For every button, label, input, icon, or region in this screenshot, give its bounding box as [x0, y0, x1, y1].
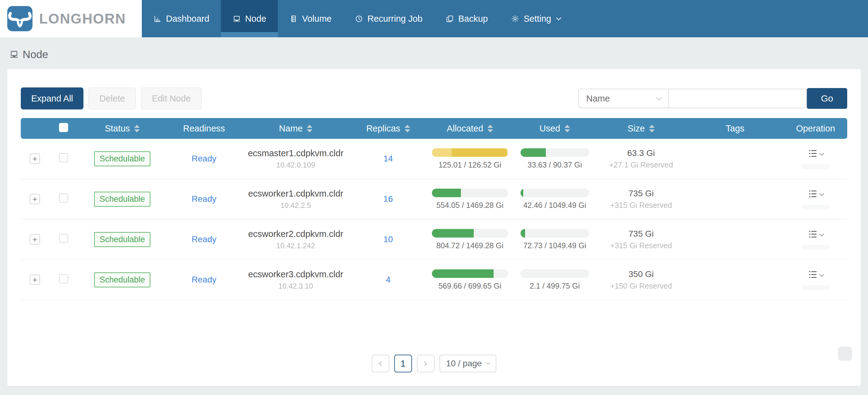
table-row: + Schedulable Ready ecsworker1.cdpkvm.cl… [21, 179, 847, 219]
allocated-label: 125.01 / 126.52 Gi [426, 160, 514, 170]
node-icon [9, 50, 19, 59]
replicas-link[interactable]: 4 [386, 275, 391, 284]
toolbar: Expand All Delete Edit Node Name Go [7, 69, 861, 110]
replicas-link[interactable]: 16 [383, 194, 393, 204]
node-size: 350 Gi [596, 269, 686, 279]
status-badge: Schedulable [94, 151, 151, 166]
table-row: + Schedulable Ready ecsworker3.cdpkvm.cl… [21, 260, 847, 300]
node-size: 735 Gi [596, 229, 686, 239]
node-name: ecsworker3.cdpkvm.cldr [242, 269, 350, 279]
node-name: ecsworker1.cdpkvm.cldr [242, 189, 350, 199]
node-reserved: +27.1 Gi Reserved [596, 160, 686, 170]
node-reserved: +150 Gi Reserved [596, 281, 686, 291]
unordered-list-icon [808, 189, 817, 199]
used-label: 2.1 / 499.75 Gi [514, 281, 596, 291]
gear-icon [511, 15, 519, 23]
select-all-checkbox[interactable] [59, 123, 68, 132]
readiness-link[interactable]: Ready [192, 194, 216, 204]
operation-ghost [802, 285, 830, 290]
column-header-replicas[interactable]: Replicas [350, 118, 426, 139]
column-header-name[interactable]: Name [242, 118, 350, 139]
row-checkbox[interactable] [59, 234, 68, 243]
column-header-expand [21, 118, 49, 139]
sort-icon[interactable] [488, 125, 493, 132]
sort-icon[interactable] [405, 125, 410, 132]
go-button[interactable]: Go [807, 88, 847, 109]
operation-menu-button[interactable] [808, 270, 824, 279]
nav-item-label: Recurring Job [367, 14, 423, 24]
allocated-bar [432, 269, 508, 278]
readiness-link[interactable]: Ready [192, 275, 216, 284]
nav-item-setting[interactable]: Setting [499, 0, 572, 37]
page-number[interactable]: 1 [394, 355, 412, 372]
nav-item-node[interactable]: Node [221, 0, 278, 37]
unordered-list-icon [808, 229, 817, 239]
column-header-used[interactable]: Used [514, 118, 596, 139]
page-size-value: 10 / page [446, 359, 482, 368]
page-size-select[interactable]: 10 / page [439, 355, 497, 372]
bar-segment [521, 148, 546, 157]
search-input[interactable] [669, 89, 807, 108]
column-header-status[interactable]: Status [78, 118, 166, 139]
column-header-allocated[interactable]: Allocated [426, 118, 514, 139]
filter-field-select[interactable]: Name [578, 89, 669, 108]
readiness-link[interactable]: Ready [192, 154, 216, 163]
row-checkbox[interactable] [59, 153, 68, 162]
tags-cell [686, 219, 784, 260]
sort-icon[interactable] [564, 125, 570, 132]
nav-item-recurring-job[interactable]: Recurring Job [343, 0, 434, 37]
nav-item-label: Setting [524, 14, 551, 24]
clock-icon [355, 15, 363, 23]
prev-page-button[interactable] [372, 355, 390, 372]
next-page-button[interactable] [417, 355, 435, 372]
row-checkbox[interactable] [59, 274, 68, 283]
used-label: 42.46 / 1049.49 Gi [514, 201, 596, 210]
nav-item-backup[interactable]: Backup [434, 0, 499, 37]
delete-button[interactable]: Delete [88, 87, 136, 110]
expand-row-button[interactable]: + [30, 194, 40, 204]
nav-item-label: Node [245, 14, 266, 24]
logo[interactable]: LONGHORN [0, 0, 142, 37]
chevron-down-icon [819, 232, 824, 236]
expand-all-button[interactable]: Expand All [21, 87, 84, 110]
chevron-down-icon [656, 95, 661, 100]
expand-row-button[interactable]: + [30, 153, 40, 164]
corner-widget [838, 347, 852, 361]
expand-row-button[interactable]: + [30, 234, 40, 245]
node-table: StatusReadinessNameReplicasAllocatedUsed… [21, 118, 847, 300]
allocated-bar [432, 189, 508, 197]
column-header-select-all[interactable] [49, 118, 78, 139]
sort-icon[interactable] [134, 125, 140, 132]
sort-icon[interactable] [307, 125, 312, 132]
expand-row-button[interactable]: + [30, 275, 40, 285]
allocated-label: 804.72 / 1469.28 Gi [426, 241, 514, 250]
chevron-down-icon [819, 272, 824, 277]
column-header-size[interactable]: Size [596, 118, 686, 139]
node-card: Expand All Delete Edit Node Name Go Stat… [7, 69, 861, 386]
node-size: 735 Gi [596, 189, 686, 199]
sort-icon[interactable] [649, 125, 655, 132]
bar-segment [432, 269, 494, 278]
allocated-bar [432, 148, 508, 157]
nav-item-volume[interactable]: Volume [278, 0, 343, 37]
operation-menu-button[interactable] [808, 229, 824, 239]
chevron-down-icon [486, 360, 490, 365]
column-header-label: Readiness [183, 123, 225, 133]
used-bar [521, 148, 589, 157]
operation-menu-button[interactable] [808, 149, 824, 158]
bar-chart-icon [153, 15, 162, 23]
nav-item-dashboard[interactable]: Dashboard [142, 0, 221, 37]
used-bar [521, 229, 589, 238]
column-header-label: Tags [725, 123, 744, 133]
column-header-label: Replicas [366, 123, 400, 133]
replicas-link[interactable]: 10 [383, 235, 393, 244]
replicas-link[interactable]: 14 [383, 154, 393, 163]
readiness-link[interactable]: Ready [192, 235, 216, 244]
column-header-label: Used [539, 123, 560, 133]
row-checkbox[interactable] [59, 193, 68, 203]
status-badge: Schedulable [94, 272, 151, 287]
operation-menu-button[interactable] [808, 189, 824, 199]
edit-node-button[interactable]: Edit Node [141, 87, 202, 110]
column-header-label: Operation [796, 123, 835, 133]
allocated-label: 569.66 / 699.65 Gi [426, 281, 514, 291]
